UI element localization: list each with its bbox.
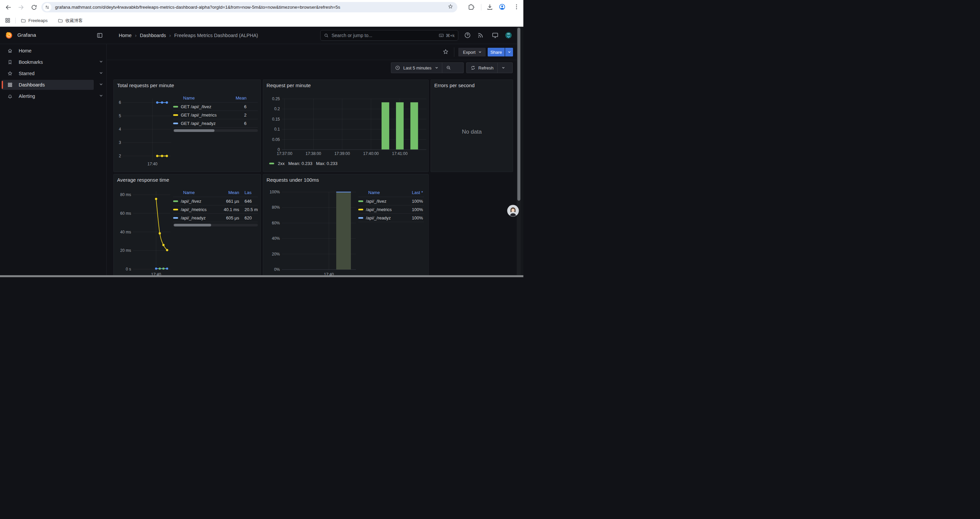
export-button[interactable]: Export <box>458 48 486 56</box>
chevron-down-icon <box>434 66 439 70</box>
legend-row[interactable]: /api/_/livez 661 µs 646 <box>173 197 258 205</box>
forward-icon[interactable] <box>16 3 25 12</box>
breadcrumb-home[interactable]: Home <box>119 33 132 38</box>
panel-requests-under-100ms: Requests under 100ms 100%80%60%40%20%0%1… <box>263 174 429 277</box>
brand-title[interactable]: Grafana <box>18 32 36 38</box>
series-name[interactable]: /api/_/readyz <box>366 216 407 220</box>
bookmark-folder-freeleaps[interactable]: Freeleaps <box>21 16 48 25</box>
news-rss-icon[interactable] <box>477 32 484 40</box>
series-mean: 661 µs <box>218 199 239 204</box>
series-color-pill <box>173 200 178 202</box>
panel-legend: Name Mean Las /api/_/livez 661 µs 646 /a… <box>173 188 258 227</box>
legend-col-name[interactable]: Name <box>183 96 235 101</box>
page-scrollbar[interactable] <box>517 27 521 275</box>
export-label: Export <box>463 50 476 55</box>
sidebar-item-label: Dashboards <box>19 82 45 88</box>
grafana-header: Grafana Home › Dashboards › Freeleaps Me… <box>0 27 523 44</box>
site-settings-icon[interactable] <box>43 3 51 11</box>
legend-col-name[interactable]: Name <box>368 190 412 195</box>
legend-col-mean[interactable]: Mean <box>218 190 239 195</box>
chevron-down-icon[interactable] <box>99 59 103 65</box>
downloads-icon[interactable] <box>486 3 493 12</box>
series-last: 646 <box>239 199 258 204</box>
series-name[interactable]: /api/_/livez <box>181 199 218 204</box>
series-mean: 605 µs <box>218 216 239 220</box>
star-icon <box>7 70 13 77</box>
chevron-down-icon[interactable] <box>99 70 103 77</box>
extensions-icon[interactable] <box>468 3 475 12</box>
series-last: 620 <box>239 216 258 220</box>
legend-scrollbar[interactable] <box>173 224 258 227</box>
floating-assistant-avatar[interactable] <box>507 205 519 217</box>
sidebar-item-starred[interactable]: Starred <box>2 69 94 78</box>
panel-title[interactable]: Errors per second <box>434 83 475 88</box>
legend-row[interactable]: /api/_/readyz 100% <box>358 214 424 222</box>
time-range-picker[interactable]: Last 5 minutes <box>391 62 464 73</box>
series-name[interactable]: GET /api/_/readyz <box>181 121 230 126</box>
collapse-sidebar-icon[interactable] <box>96 32 103 40</box>
bookmarks-bar: Freeleaps 收藏博客 <box>0 14 523 27</box>
address-bar[interactable]: grafana.mathmast.com/d/deytv4rwavabkb/fr… <box>41 2 457 12</box>
no-data-message: No data <box>431 129 513 135</box>
keyboard-icon <box>439 33 444 38</box>
favorite-star-icon[interactable] <box>442 48 449 56</box>
back-icon[interactable] <box>4 3 13 12</box>
profile-icon[interactable] <box>499 3 506 12</box>
legend-col-last[interactable]: Las <box>239 190 258 195</box>
legend-row[interactable]: GET /api/_/livez 6 <box>173 102 258 111</box>
legend-row[interactable]: GET /api/_/metrics 2 <box>173 111 258 119</box>
legend-row[interactable]: /api/_/metrics 100% <box>358 205 424 214</box>
bookmark-star-icon[interactable] <box>448 4 453 11</box>
series-color-pill <box>358 200 363 202</box>
series-last: 100% <box>407 199 423 204</box>
browser-menu-icon[interactable] <box>513 3 520 12</box>
apps-grid-icon[interactable] <box>5 18 11 25</box>
chevron-down-icon[interactable] <box>501 66 505 70</box>
refresh-button[interactable]: Refresh <box>466 62 513 73</box>
window-edge <box>521 27 523 275</box>
legend-scrollbar[interactable] <box>173 129 258 132</box>
share-button[interactable]: Share <box>488 48 505 56</box>
reload-icon[interactable] <box>29 3 38 12</box>
search-shortcut: ⌘+k <box>439 33 455 38</box>
legend-row[interactable]: GET /api/_/readyz 6 <box>173 119 258 128</box>
series-color-pill <box>358 217 363 219</box>
series-name[interactable]: /api/_/readyz <box>181 216 218 220</box>
series-mean: 40.1 ms <box>218 207 239 212</box>
chevron-down-icon[interactable] <box>99 93 103 99</box>
series-name[interactable]: 2xx <box>278 161 285 166</box>
grafana-logo-icon[interactable] <box>5 32 13 39</box>
series-name[interactable]: /api/_/metrics <box>181 207 218 212</box>
bookmark-folder-blogs[interactable]: 收藏博客 <box>58 16 83 25</box>
breadcrumb-dashboards[interactable]: Dashboards <box>140 33 166 38</box>
chart-request-per-minute[interactable]: 0.250.20.150.10.05017:37:0017:38:0017:39… <box>263 80 428 172</box>
legend-col-last[interactable]: Last * <box>412 190 423 195</box>
sidebar-item-dashboards[interactable]: Dashboards <box>2 80 94 90</box>
chevron-down-icon[interactable] <box>99 82 103 88</box>
share-menu-button[interactable] <box>505 48 513 56</box>
legend-col-mean[interactable]: Mean <box>235 96 247 101</box>
legend-col-name[interactable]: Name <box>183 190 218 195</box>
series-name[interactable]: /api/_/metrics <box>366 207 407 212</box>
help-icon[interactable] <box>464 32 471 40</box>
search-input[interactable]: Search or jump to... ⌘+k <box>320 30 458 41</box>
segment-divider <box>497 63 498 73</box>
zoom-out-icon[interactable] <box>446 65 451 70</box>
kiosk-monitor-icon[interactable] <box>492 32 499 40</box>
bookmark-label: Freeleaps <box>29 18 48 23</box>
legend-row[interactable]: /api/_/metrics 40.1 ms 20.5 m <box>173 205 258 214</box>
panel-request-per-minute: Request per minute 0.250.20.150.10.05017… <box>263 80 429 172</box>
panel-legend[interactable]: 2xx Mean: 0.233 Max: 0.233 <box>269 161 337 166</box>
series-name[interactable]: GET /api/_/metrics <box>181 113 230 118</box>
sidebar-item-home[interactable]: Home <box>2 46 94 56</box>
legend-row[interactable]: /api/_/readyz 605 µs 620 <box>173 214 258 222</box>
url-text[interactable]: grafana.mathmast.com/d/deytv4rwavabkb/fr… <box>55 5 448 10</box>
series-name[interactable]: GET /api/_/livez <box>181 104 230 109</box>
scrollbar-thumb[interactable] <box>517 28 520 201</box>
user-avatar[interactable] <box>505 32 512 40</box>
sidebar-item-bookmarks[interactable]: Bookmarks <box>2 57 94 67</box>
series-name[interactable]: /api/_/livez <box>366 199 407 204</box>
legend-row[interactable]: /api/_/livez 100% <box>358 197 424 205</box>
sidebar-item-alerting[interactable]: Alerting <box>2 91 94 101</box>
series-color-pill <box>173 209 178 211</box>
